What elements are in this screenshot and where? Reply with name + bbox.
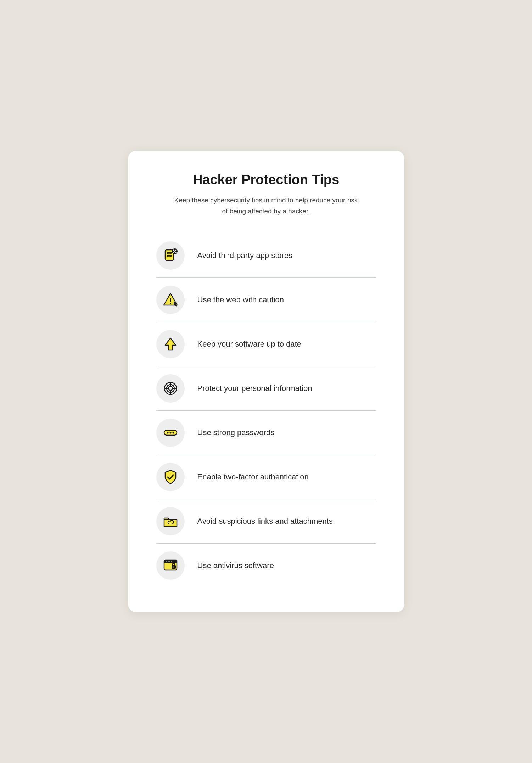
tip-label: Keep your software up to date — [197, 340, 302, 349]
page-subtitle: Keep these cybersecurity tips in mind to… — [174, 195, 358, 217]
list-item: Use antivirus software — [156, 544, 376, 588]
svg-point-17 — [167, 432, 168, 434]
list-item: Avoid third-party app stores — [156, 234, 376, 278]
svg-point-19 — [172, 432, 174, 434]
svg-rect-6 — [167, 255, 169, 257]
svg-rect-9 — [170, 298, 171, 302]
header-section: Hacker Protection Tips Keep these cybers… — [156, 172, 376, 217]
software-update-icon — [156, 330, 185, 358]
tip-label: Use antivirus software — [197, 561, 274, 570]
list-item: Protect your personal information — [156, 366, 376, 411]
shield-check-icon — [156, 463, 185, 491]
app-block-icon — [156, 241, 185, 270]
svg-point-22 — [166, 561, 167, 562]
svg-rect-7 — [169, 255, 172, 257]
svg-point-18 — [169, 432, 171, 434]
svg-point-10 — [170, 303, 171, 304]
tip-label: Avoid suspicious links and attachments — [197, 517, 333, 526]
tip-label: Avoid third-party app stores — [197, 251, 293, 260]
list-item: Enable two-factor authentication — [156, 455, 376, 499]
folder-lock-icon — [156, 507, 185, 535]
tip-label: Enable two-factor authentication — [197, 472, 309, 482]
tip-label: Use the web with caution — [197, 295, 284, 304]
svg-rect-4 — [167, 252, 169, 254]
svg-point-26 — [173, 567, 174, 568]
svg-point-15 — [168, 387, 172, 391]
svg-rect-5 — [169, 252, 172, 254]
main-card: Hacker Protection Tips Keep these cybers… — [128, 151, 404, 612]
tip-label: Protect your personal information — [197, 384, 312, 393]
svg-marker-12 — [165, 338, 176, 350]
list-item: Keep your software up to date — [156, 322, 376, 366]
web-caution-icon — [156, 286, 185, 314]
page-title: Hacker Protection Tips — [156, 172, 376, 188]
svg-point-23 — [168, 561, 170, 562]
list-item: Avoid suspicious links and attachments — [156, 499, 376, 544]
tip-label: Use strong passwords — [197, 428, 275, 437]
password-icon — [156, 419, 185, 447]
svg-point-24 — [171, 561, 172, 562]
list-item: Use strong passwords — [156, 411, 376, 455]
antivirus-icon — [156, 551, 185, 580]
tips-list: Avoid third-party app stores Use the web… — [156, 234, 376, 588]
list-item: Use the web with caution — [156, 278, 376, 322]
fingerprint-icon — [156, 374, 185, 403]
